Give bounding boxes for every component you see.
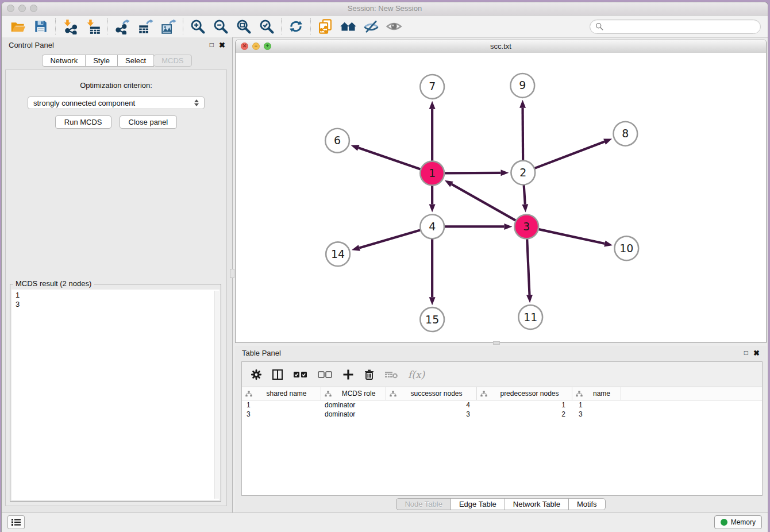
graph-node-10[interactable]: 10 [614,236,638,260]
zoom-selected-icon [259,18,275,34]
import-table-button[interactable] [82,17,105,36]
graph-edge-1-7[interactable] [429,101,436,161]
save-session-button[interactable] [29,17,52,36]
import-network-button[interactable] [59,17,82,36]
table-cell: dominator [321,410,386,419]
task-history-button[interactable] [7,515,25,529]
table-row[interactable]: 3dominator323 [242,410,762,419]
memory-button[interactable]: Memory [714,515,762,529]
zoom-selected-button[interactable] [255,17,278,36]
table-cell: 1 [477,400,572,410]
column-settings-gear-icon[interactable] [251,369,262,380]
svg-text:11: 11 [523,311,537,323]
delete-table-icon [384,370,398,379]
column-header-MCDS-role[interactable]: MCDS role [321,387,386,400]
show-all-button[interactable] [383,17,406,36]
graph-edge-3-11[interactable] [526,238,533,303]
network-graph[interactable]: 7968124314101511 [236,53,766,342]
optimization-criterion-select[interactable]: strongly connected component [28,97,205,109]
save-floppy-icon [33,19,48,34]
graph-edge-4-15[interactable] [429,238,436,305]
search-input[interactable] [607,22,755,32]
network-canvas[interactable]: 7968124314101511 [236,53,766,342]
hide-selected-button[interactable] [360,17,383,36]
zoom-fit-icon [236,18,252,34]
network-window-title: scc.txt [236,42,766,51]
result-scrollbar[interactable] [214,291,219,499]
graph-node-15[interactable]: 15 [420,307,444,331]
run-mcds-button[interactable]: Run MCDS [55,115,111,129]
graph-edge-3-1[interactable] [445,180,516,221]
import-network-icon [63,19,78,34]
zoom-out-button[interactable] [209,17,232,36]
column-header-name[interactable]: name [572,387,621,400]
graph-node-8[interactable]: 8 [613,122,637,146]
vertical-splitter-handle[interactable] [230,269,234,278]
graph-edge-1-4[interactable] [429,186,436,213]
toggle-panel-icon[interactable] [272,369,283,380]
export-table-icon [138,19,153,34]
graph-node-14[interactable]: 14 [326,242,350,266]
graph-node-11[interactable]: 11 [518,305,542,329]
svg-text:15: 15 [425,313,439,326]
float-panel-icon[interactable]: □ [210,41,214,48]
toolbar-separator [55,18,56,34]
mcds-result-title: MCDS result (2 nodes) [13,279,94,288]
graph-node-7[interactable]: 7 [420,75,444,99]
open-session-button[interactable] [6,17,29,36]
column-header-predecessor-nodes[interactable]: predecessor nodes [477,387,572,400]
graph-edge-4-14[interactable] [352,230,421,250]
graph-node-4[interactable]: 4 [420,214,444,238]
close-panel-button[interactable]: Close panel [120,115,178,129]
table-cell: 3 [386,410,477,419]
svg-text:6: 6 [334,134,341,147]
graph-edge-4-3[interactable] [444,223,512,230]
svg-text:8: 8 [622,127,629,140]
tab-motifs[interactable]: Motifs [568,498,606,510]
optimization-criterion-value: strongly connected component [33,99,135,107]
graph-node-1[interactable]: 1 [420,161,444,186]
column-header-shared-name[interactable]: shared name [242,387,321,400]
graph-edge-1-2[interactable] [444,169,509,176]
table-panel: Table Panel □ ✖ [235,346,767,513]
tab-edge-table[interactable]: Edge Table [451,498,505,510]
column-sort-icon [245,391,252,397]
graph-edge-2-8[interactable] [534,138,612,168]
memory-label: Memory [731,518,756,526]
export-table-button[interactable] [134,17,157,36]
add-row-plus-icon[interactable] [342,369,354,380]
horizontal-splitter-handle[interactable] [493,341,500,345]
zoom-fit-button[interactable] [232,17,255,36]
clone-network-button[interactable] [314,17,337,36]
select-spinner-icon [194,99,199,106]
tab-style[interactable]: Style [85,55,118,67]
select-all-icon[interactable] [293,370,308,379]
tab-network-table[interactable]: Network Table [505,498,569,510]
close-table-panel-icon[interactable]: ✖ [753,349,760,357]
table-row[interactable]: 1dominator411 [242,400,762,410]
tab-select[interactable]: Select [117,55,154,67]
toolbar-separator [183,18,183,34]
graph-edge-2-3[interactable] [522,185,528,213]
refresh-view-button[interactable] [284,17,307,36]
graph-node-9[interactable]: 9 [510,74,534,98]
deselect-all-icon[interactable] [318,370,333,379]
first-neighbors-button[interactable] [337,17,360,36]
tab-mcds[interactable]: MCDS [153,55,191,67]
export-image-button[interactable] [157,17,180,36]
graph-node-3[interactable]: 3 [514,214,538,238]
float-table-panel-icon[interactable]: □ [744,349,748,356]
column-sort-icon [390,391,396,397]
tab-node-table[interactable]: Node Table [396,498,451,510]
graph-node-6[interactable]: 6 [325,129,349,153]
tab-network[interactable]: Network [42,55,86,67]
graph-edge-2-9[interactable] [519,100,526,161]
column-header-successor-nodes[interactable]: successor nodes [386,387,477,400]
graph-edge-3-10[interactable] [538,229,613,247]
zoom-in-button[interactable] [186,17,209,36]
delete-row-trash-icon[interactable] [364,369,375,380]
graph-node-2[interactable]: 2 [511,161,535,185]
close-panel-icon[interactable]: ✖ [219,41,225,49]
export-network-button[interactable] [111,17,134,36]
graph-edge-1-6[interactable] [351,145,421,169]
